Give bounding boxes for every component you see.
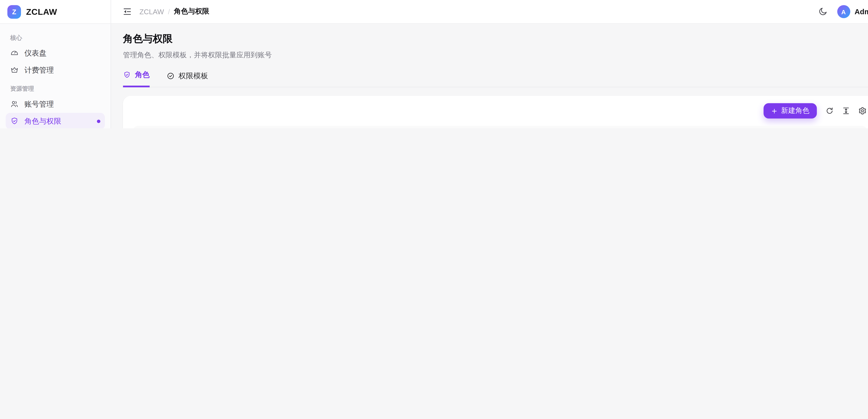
toolbar-icon-group — [825, 107, 867, 115]
sidebar-item-label: 计费管理 — [24, 65, 54, 75]
brand-logo: Z — [7, 5, 21, 19]
sidebar: Z ZCLAW 核心 仪表盘 计费管理 资源管理 账号管理 — [0, 0, 111, 128]
sidebar-item-label: 仪表盘 — [24, 48, 46, 58]
column-height-icon — [842, 107, 850, 115]
crown-icon — [10, 66, 19, 74]
roles-card: 新建角色 — [123, 96, 868, 128]
sidebar-item-accounts[interactable]: 账号管理 — [6, 96, 105, 112]
page-title: 角色与权限 — [123, 32, 868, 45]
table-header-row: 角色名称 描述 权限数 关联账号 创建时间 操作 — [133, 126, 867, 128]
column-header-actions: 操作 — [736, 126, 867, 128]
check-circle-icon — [167, 72, 175, 80]
gear-icon — [858, 107, 867, 115]
page-content: 角色与权限 管理角色、权限模板，并将权限批量应用到账号 角色 权限模板 — [111, 24, 868, 128]
main-area: ZCLAW / 角色与权限 A Admin 角色与权限 管理角色、权限模板，并将… — [111, 0, 868, 128]
user-avatar[interactable]: A — [837, 5, 850, 18]
column-settings-button[interactable] — [858, 107, 867, 115]
sidebar-item-dashboard[interactable]: 仪表盘 — [6, 45, 105, 61]
page-subtitle: 管理角色、权限模板，并将权限批量应用到账号 — [123, 51, 868, 60]
sidebar-item-billing[interactable]: 计费管理 — [6, 62, 105, 78]
new-role-label: 新建角色 — [781, 106, 809, 116]
sidebar-header: Z ZCLAW — [0, 0, 111, 24]
menu-fold-icon — [122, 7, 132, 17]
brand-name: ZCLAW — [26, 7, 57, 17]
density-button[interactable] — [842, 107, 850, 115]
column-header-permission-count: 权限数 — [443, 126, 518, 128]
user-name[interactable]: Admin — [855, 7, 868, 16]
moon-icon — [818, 7, 827, 17]
sidebar-item-label: 账号管理 — [24, 99, 54, 109]
tab-permission-templates[interactable]: 权限模板 — [167, 70, 208, 87]
sidebar-item-label: 角色与权限 — [24, 116, 61, 126]
column-header-description: 描述 — [256, 126, 443, 128]
breadcrumb-current: 角色与权限 — [174, 7, 209, 17]
sidebar-item-roles-permissions[interactable]: 角色与权限 — [6, 113, 105, 128]
column-header-role-name: 角色名称 — [133, 126, 256, 128]
reload-icon — [825, 107, 834, 115]
tab-bar: 角色 权限模板 — [123, 70, 868, 87]
topbar: ZCLAW / 角色与权限 A Admin — [111, 0, 868, 24]
shield-check-icon — [123, 71, 131, 79]
roles-table: 角色名称 描述 权限数 关联账号 创建时间 操作 超级管理员 拥 — [133, 126, 867, 128]
nav-section-core: 核心 — [10, 34, 100, 42]
tab-label: 角色 — [135, 70, 150, 80]
breadcrumb-separator: / — [168, 8, 170, 16]
sidebar-collapse-button[interactable] — [122, 7, 132, 17]
column-header-created-at: 创建时间 — [597, 126, 736, 128]
table-toolbar: 新建角色 — [133, 103, 867, 118]
new-role-button[interactable]: 新建角色 — [764, 103, 817, 118]
gauge-icon — [10, 49, 19, 57]
active-dot-indicator — [97, 119, 100, 123]
breadcrumb: ZCLAW / 角色与权限 — [140, 7, 209, 17]
column-header-linked-accounts: 关联账号 — [518, 126, 597, 128]
topbar-right: A Admin — [818, 5, 868, 18]
refresh-button[interactable] — [825, 107, 834, 115]
sidebar-nav: 核心 仪表盘 计费管理 资源管理 账号管理 角色与权限 — [0, 24, 111, 128]
app-root: Z ZCLAW 核心 仪表盘 计费管理 资源管理 账号管理 — [0, 0, 868, 128]
dark-mode-toggle[interactable] — [818, 7, 827, 17]
nav-section-resources: 资源管理 — [10, 85, 100, 93]
users-icon — [10, 100, 19, 108]
tab-label: 权限模板 — [179, 71, 208, 81]
shield-check-icon — [10, 117, 19, 125]
plus-icon — [771, 108, 778, 114]
breadcrumb-root[interactable]: ZCLAW — [140, 8, 164, 16]
tab-roles[interactable]: 角色 — [123, 70, 150, 87]
